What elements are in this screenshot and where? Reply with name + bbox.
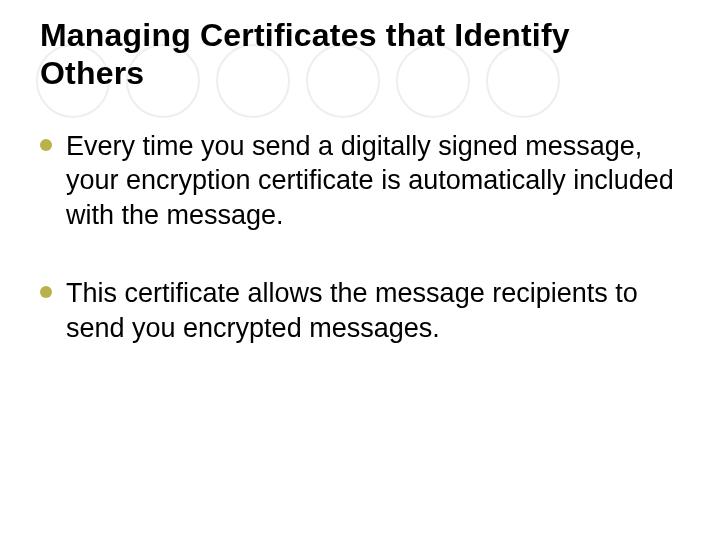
list-item: Every time you send a digitally signed m…: [40, 129, 680, 233]
bullet-text: This certificate allows the message reci…: [66, 278, 638, 343]
bullet-icon: [40, 139, 52, 151]
slide: Managing Certificates that Identify Othe…: [0, 0, 720, 540]
bullet-icon: [40, 286, 52, 298]
list-item: This certificate allows the message reci…: [40, 276, 680, 345]
bullet-list: Every time you send a digitally signed m…: [40, 129, 680, 346]
slide-title: Managing Certificates that Identify Othe…: [40, 16, 680, 93]
bullet-text: Every time you send a digitally signed m…: [66, 131, 674, 230]
